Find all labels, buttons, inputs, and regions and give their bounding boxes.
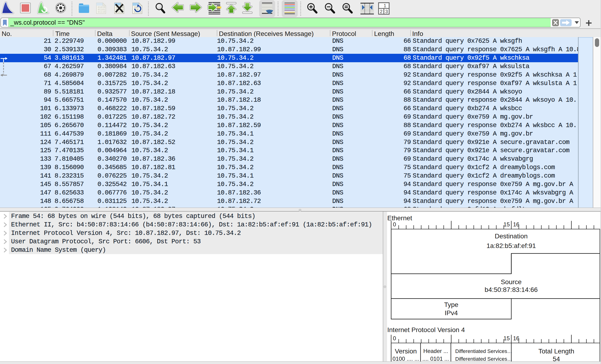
svg-text:Differentiated Services…: Differentiated Services… [455,356,512,361]
svg-text:Differentiated Services…: Differentiated Services… [455,348,512,354]
svg-text:b4:50:87:83:14:66: b4:50:87:83:14:66 [485,286,538,293]
svg-text:0: 0 [393,335,396,341]
svg-text:16: 16 [513,335,519,341]
svg-text:Source: Source [501,278,521,286]
svg-text:Internet Protocol Version 4: Internet Protocol Version 4 [387,326,465,334]
svg-text:54: 54 [552,355,560,361]
svg-text:3: 3 [385,9,388,14]
svg-text:Destination: Destination [494,232,527,240]
svg-text:IPv4: IPv4 [444,309,458,316]
svg-text:16: 16 [513,221,519,228]
svg-text:2: 2 [380,9,382,14]
svg-text:0: 0 [393,221,396,228]
svg-text:15: 15 [503,221,510,228]
svg-text:0100 .... ...: 0100 .... ... [392,355,419,361]
svg-text:Header ...: Header ... [423,348,448,354]
svg-text:01110: 01110 [98,10,105,13]
svg-text:Type: Type [444,301,458,308]
svg-text:.... 0101 ...: .... 0101 ... [422,355,449,361]
svg-text:1a:82:b5:af:ef:91: 1a:82:b5:af:ef:91 [486,242,536,249]
svg-text:Version: Version [395,348,417,355]
svg-text:Total Length: Total Length [538,348,574,355]
svg-text:15: 15 [503,335,510,341]
svg-text:1: 1 [383,3,386,8]
svg-text:Ethernet: Ethernet [387,214,412,222]
